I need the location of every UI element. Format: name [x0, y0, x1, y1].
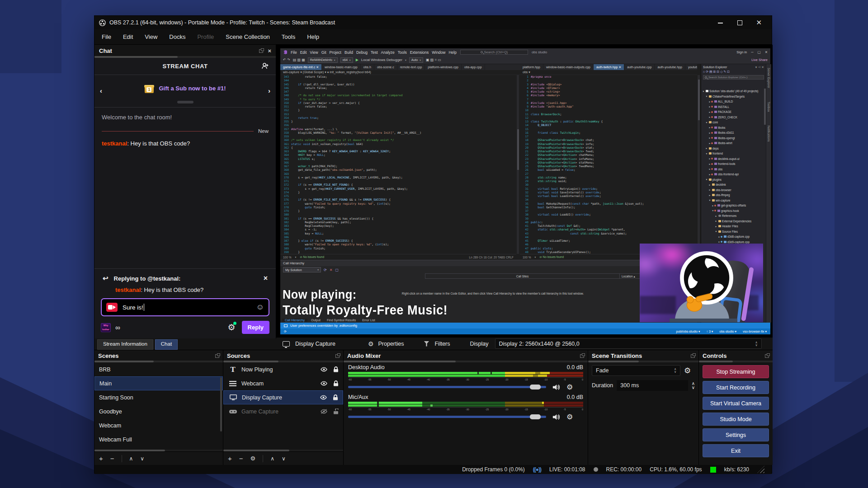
expander-icon[interactable]: ▾: [705, 121, 708, 124]
transition-select[interactable]: Fade ∧∨: [592, 365, 680, 376]
tree-item[interactable]: ▸d3d8-capture.cpp: [701, 234, 764, 239]
vs-tab[interactable]: auth-twitch.hpp ✕: [594, 64, 624, 70]
vs-menu-edit[interactable]: Edit: [300, 50, 307, 55]
studio-mode-button[interactable]: Studio Mode: [703, 413, 769, 426]
tree-item[interactable]: ▾Source Files: [701, 229, 764, 235]
tree-item[interactable]: ▸frontend-tools: [701, 161, 764, 167]
emote-picker-icon[interactable]: ☺: [256, 303, 264, 312]
vs-panel-tab[interactable]: Output: [308, 319, 323, 322]
vs-side-tab[interactable]: Toolbox: [767, 102, 770, 112]
expander-icon[interactable]: ▸: [708, 194, 711, 197]
vs-menu-analyze[interactable]: Analyze: [381, 50, 395, 55]
vs-tab[interactable]: youtube-api-wrappers.cpp: [685, 64, 697, 70]
scene-up-button[interactable]: ∧: [129, 455, 133, 462]
expander-icon[interactable]: ▸: [715, 225, 717, 228]
tree-item[interactable]: ▸libobs-d3d11: [701, 130, 764, 136]
expander-icon[interactable]: ▾: [715, 230, 717, 233]
menu-profile[interactable]: Profile: [197, 33, 214, 40]
vs-side-tab[interactable]: Server Explorer: [767, 68, 770, 88]
volume-slider-handle[interactable]: [530, 385, 541, 389]
tree-item[interactable]: ▸get-graphics-offsets: [701, 203, 764, 208]
tree-item[interactable]: ▸libobs: [701, 125, 764, 131]
expander-icon[interactable]: ▾: [705, 95, 708, 98]
scene-down-button[interactable]: ∨: [140, 455, 144, 462]
settings-button[interactable]: Settings: [703, 428, 769, 441]
vs-menu-extensions[interactable]: Extensions: [410, 50, 429, 55]
menu-file[interactable]: File: [102, 33, 111, 40]
exit-button[interactable]: Exit: [703, 444, 769, 457]
lock-icon[interactable]: [333, 394, 338, 400]
vs-panel-tab[interactable]: Find Symbol Results: [324, 319, 359, 322]
minimize-button[interactable]: [718, 20, 723, 25]
vs-status-item[interactable]: ↑ 3 ▾: [707, 330, 713, 333]
scene-row[interactable]: BRB: [94, 362, 223, 376]
vs-tab[interactable]: obs-app.cpp: [462, 64, 485, 70]
source-row[interactable]: Game Capture: [223, 404, 343, 418]
lock-icon[interactable]: [333, 408, 339, 414]
vs-tab[interactable]: platform.hpp: [520, 64, 543, 70]
visibility-eye-icon[interactable]: [320, 395, 327, 400]
tree-item[interactable]: ▸decklink-ouput-ui: [701, 156, 764, 162]
vs-menu-git[interactable]: Git: [321, 50, 326, 55]
tree-item[interactable]: ▾CMakePredefinedTargets: [701, 94, 764, 99]
gift-sub-banner[interactable]: ‹ 1 Gift a Sub now to be #1! ›: [94, 75, 276, 108]
vs-panel-tab[interactable]: Call Hierarchy: [282, 319, 307, 322]
scenes-scrollbar[interactable]: [220, 377, 222, 432]
tree-item[interactable]: ▸obs: [701, 167, 764, 172]
menu-edit[interactable]: Edit: [123, 33, 133, 40]
remove-source-button[interactable]: −: [239, 455, 243, 462]
vs-menu-test[interactable]: Test: [371, 50, 378, 55]
expander-icon[interactable]: ▾: [705, 152, 708, 155]
visibility-eye-icon[interactable]: [320, 367, 328, 372]
reply-close-icon[interactable]: ×: [264, 274, 269, 282]
vs-menu-build[interactable]: Build: [344, 50, 353, 55]
dock-popout-icon[interactable]: [335, 354, 340, 358]
channel-emote-badge[interactable]: Why bother: [101, 323, 111, 332]
start-virtual-camera-button[interactable]: Start Virtual Camera: [703, 397, 769, 410]
scene-row[interactable]: Webcam: [94, 418, 223, 432]
visibility-eye-icon[interactable]: [320, 409, 328, 414]
filters-button[interactable]: Filters: [434, 341, 450, 347]
titlebar[interactable]: OBS 27.2.1 (64-bit, windows) - Portable …: [94, 16, 772, 29]
menu-docks[interactable]: Docks: [169, 33, 185, 40]
vs-status-item[interactable]: publ/obs-studio ▾: [676, 330, 700, 333]
tree-item[interactable]: ▸External Dependencies: [701, 219, 764, 224]
dock-popout-icon[interactable]: [691, 354, 695, 358]
start-recording-button[interactable]: Start Recording: [703, 381, 769, 394]
tree-item[interactable]: ▾core: [701, 120, 764, 125]
duration-spinner[interactable]: ∧∨: [692, 381, 695, 389]
expander-icon[interactable]: ▾: [705, 178, 708, 181]
menu-help[interactable]: Help: [307, 33, 319, 40]
tab-chat[interactable]: Chat: [155, 339, 178, 350]
transition-gear-icon[interactable]: ⚙: [684, 366, 691, 375]
close-button[interactable]: ✕: [756, 20, 762, 25]
vs-panel-tab[interactable]: Error List: [359, 319, 377, 322]
vs-tab[interactable]: window-basic-main-outputs.cpp: [543, 64, 594, 70]
source-row[interactable]: Webcam: [223, 376, 343, 390]
viewer-list-icon[interactable]: [261, 62, 269, 70]
vs-scrollbar[interactable]: [517, 75, 519, 254]
scene-row[interactable]: Goodbye: [94, 404, 223, 418]
vs-menu-view[interactable]: View: [310, 50, 318, 55]
volume-slider[interactable]: [348, 416, 546, 418]
banner-prev-icon[interactable]: ‹: [100, 87, 102, 94]
source-row[interactable]: Display Capture: [223, 390, 343, 404]
duration-input[interactable]: 300 ms: [617, 380, 688, 391]
menu-scene-collection[interactable]: Scene Collection: [226, 33, 270, 40]
tree-item[interactable]: ▾frontend: [701, 151, 764, 156]
scene-row[interactable]: Starting Soon: [94, 390, 223, 404]
chat-dock-title[interactable]: Chat ×: [94, 45, 276, 56]
tree-item[interactable]: ▸obs-ffmpeg: [701, 192, 764, 198]
add-source-button[interactable]: +: [228, 455, 232, 462]
dock-popout-icon[interactable]: [259, 49, 263, 53]
vs-side-tab[interactable]: Notifications: [767, 126, 770, 141]
banner-next-icon[interactable]: ›: [268, 87, 270, 94]
properties-button[interactable]: Properties: [378, 341, 404, 347]
dock-popout-icon[interactable]: [580, 354, 584, 358]
display-select[interactable]: Display 2: 2560x1440 @ 2560,0 ∧∨: [495, 338, 762, 349]
expander-icon[interactable]: ▸: [708, 188, 711, 191]
expander-icon[interactable]: ▸: [705, 147, 708, 150]
vs-tab[interactable]: auth-youtube.cpp: [624, 64, 655, 70]
expander-icon[interactable]: ▸: [715, 220, 717, 222]
vs-status-item[interactable]: vso-browser-fix ▾: [743, 330, 767, 333]
